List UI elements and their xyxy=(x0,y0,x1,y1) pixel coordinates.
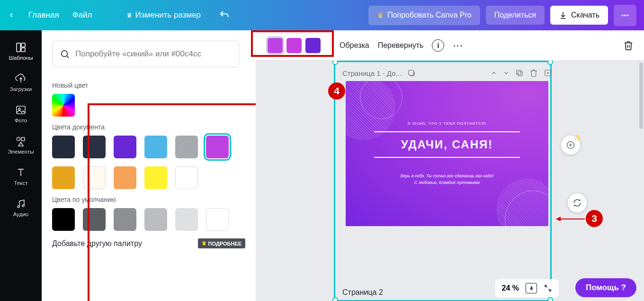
resize-label: Изменить размер xyxy=(135,10,201,20)
sidebar-label: Фото xyxy=(15,118,27,123)
undo-icon[interactable] xyxy=(219,9,230,21)
scrollbar-vertical[interactable] xyxy=(639,63,643,129)
context-color-swatch[interactable] xyxy=(268,38,283,53)
doc-color-swatch[interactable] xyxy=(52,136,75,158)
svg-rect-3 xyxy=(21,48,25,52)
resize-menu[interactable]: ♛ Изменить размер xyxy=(106,10,201,20)
doc-color-swatch[interactable] xyxy=(114,166,136,189)
svg-rect-2 xyxy=(21,43,25,47)
sidebar-item-templates[interactable]: Шаблоны xyxy=(8,40,34,63)
zoom-controls: 24 % 4 xyxy=(495,279,559,297)
sidebar-item-audio[interactable]: Аудио xyxy=(12,196,29,219)
info-icon[interactable]: i xyxy=(432,39,444,52)
toolbar-divider xyxy=(331,38,331,53)
add-element-fab[interactable]: ✨ xyxy=(561,136,580,155)
back-icon[interactable] xyxy=(8,11,15,19)
sidebar-item-photos[interactable]: Фото xyxy=(14,102,28,125)
default-color-swatch[interactable] xyxy=(206,208,229,231)
context-color-swatch[interactable] xyxy=(305,38,321,53)
design-page-1[interactable]: Я ЗНАЮ, ЧТО У ТЕБЯ ПОЛУЧИТСЯ! УДАЧИ, САН… xyxy=(346,81,548,226)
default-color-swatch[interactable] xyxy=(114,208,136,231)
delete-icon[interactable] xyxy=(623,40,634,51)
default-color-swatch[interactable] xyxy=(83,208,106,231)
doc-colors-title: Цвета документа xyxy=(52,123,245,131)
doc-color-swatch[interactable] xyxy=(144,136,167,158)
sidebar-item-text[interactable]: Текст xyxy=(13,165,29,188)
svg-marker-9 xyxy=(18,142,23,146)
doc-color-swatch[interactable] xyxy=(206,136,229,158)
flip-button[interactable]: Перевернуть xyxy=(378,41,424,50)
context-toolbar: Обрезка Перевернуть i ··· xyxy=(256,30,644,61)
sidebar-item-elements[interactable]: Элементы xyxy=(7,134,35,156)
card-line2: С любовью, Клавдия Артемьева xyxy=(400,180,493,186)
more-palettes-button[interactable]: ♛ПОДРОБНЕЕ xyxy=(198,238,245,248)
svg-point-12 xyxy=(18,206,19,208)
svg-point-14 xyxy=(62,51,68,57)
sidebar-label: Шаблоны xyxy=(9,55,33,61)
svg-rect-17 xyxy=(518,72,522,76)
page-grid-button[interactable]: 4 xyxy=(526,283,537,293)
sync-fab[interactable] xyxy=(568,193,587,212)
card-pretitle: Я ЗНАЮ, ЧТО У ТЕБЯ ПОЛУЧИТСЯ! xyxy=(408,121,486,126)
add-page-icon[interactable] xyxy=(544,69,552,77)
doc-color-swatch[interactable] xyxy=(114,136,136,158)
doc-color-swatch[interactable] xyxy=(144,166,167,189)
card-title: УДАЧИ, САНЯ! xyxy=(401,138,493,151)
left-sidebar: Шаблоны Загрузки Фото Элементы Текст Ауд… xyxy=(0,30,42,301)
file-menu[interactable]: Файл xyxy=(72,10,92,20)
delete-page-icon[interactable] xyxy=(529,69,538,77)
default-color-swatch[interactable] xyxy=(144,208,167,231)
card-line1: Верь в себя. Ты точно все сделаешь как н… xyxy=(400,173,493,180)
doc-color-swatch[interactable] xyxy=(83,166,106,189)
crop-button[interactable]: Обрезка xyxy=(340,41,369,50)
zoom-level[interactable]: 24 % xyxy=(502,284,519,292)
add-palette-label: Добавьте другую палитру xyxy=(52,239,142,248)
share-button[interactable]: Поделиться xyxy=(486,6,545,25)
doc-color-swatch[interactable] xyxy=(83,136,106,158)
annotation-3: 3 xyxy=(586,210,603,227)
sidebar-label: Текст xyxy=(14,180,28,186)
page-down-icon[interactable] xyxy=(503,70,510,76)
doc-color-swatch[interactable] xyxy=(175,136,198,158)
help-button[interactable]: Помощь ? xyxy=(575,278,636,297)
svg-rect-8 xyxy=(21,137,25,141)
canvas-scroll[interactable]: Страница 1 - До... Я ЗНАЮ, ЧТО У ТЕ xyxy=(256,61,644,301)
svg-line-15 xyxy=(67,56,69,58)
default-color-swatch[interactable] xyxy=(52,208,75,231)
default-colors-title: Цвета по умолчанию xyxy=(52,196,245,203)
home-menu[interactable]: Главная xyxy=(28,10,59,20)
download-button[interactable]: Скачать xyxy=(550,6,608,25)
element-color-swatches xyxy=(266,36,322,55)
color-search-input[interactable] xyxy=(52,41,239,67)
edit-title-icon[interactable] xyxy=(407,69,416,77)
svg-rect-5 xyxy=(17,106,25,114)
context-color-swatch[interactable] xyxy=(286,38,302,53)
top-bar: Главная Файл ♛ Изменить размер ♛ Попробо… xyxy=(0,0,644,30)
page-2-label: Страница 2 xyxy=(342,288,383,297)
page-up-icon[interactable] xyxy=(491,70,497,76)
doc-color-swatch[interactable] xyxy=(52,166,75,189)
page-title-text: Страница 1 - До... xyxy=(342,69,402,77)
new-color-title: Новый цвет xyxy=(52,82,245,89)
sidebar-label: Загрузки xyxy=(10,86,32,92)
canvas-area: Обрезка Перевернуть i ··· Страница 1 - Д… xyxy=(256,30,644,301)
svg-point-7 xyxy=(17,137,20,141)
svg-point-13 xyxy=(22,205,24,207)
svg-rect-1 xyxy=(17,43,20,52)
sidebar-label: Элементы xyxy=(8,149,34,155)
default-color-swatch[interactable] xyxy=(175,208,198,231)
more-icon[interactable]: ··· xyxy=(453,39,463,52)
try-pro-button[interactable]: ♛ Попробовать Canva Pro xyxy=(368,6,480,25)
duplicate-page-icon[interactable] xyxy=(515,69,524,77)
more-menu-button[interactable]: ··· xyxy=(614,5,636,26)
new-color-picker[interactable] xyxy=(52,94,75,117)
sidebar-item-uploads[interactable]: Загрузки xyxy=(9,71,33,94)
doc-color-swatch[interactable] xyxy=(175,166,198,189)
svg-rect-16 xyxy=(409,70,414,75)
svg-rect-18 xyxy=(517,70,521,74)
page-header: Страница 1 - До... xyxy=(342,69,552,77)
color-panel: Новый цвет Цвета документа Цвета по умол… xyxy=(42,30,256,301)
search-icon xyxy=(60,49,70,59)
fullscreen-icon[interactable] xyxy=(544,284,552,292)
sidebar-label: Аудио xyxy=(13,211,28,217)
